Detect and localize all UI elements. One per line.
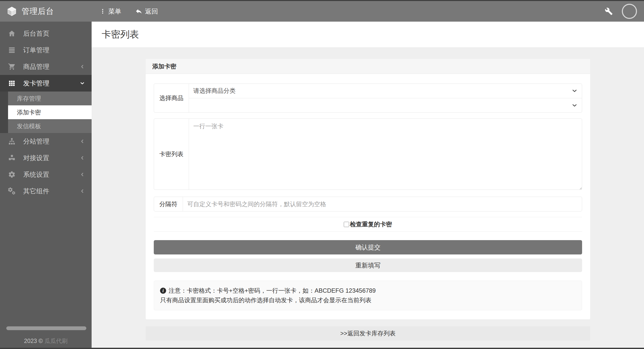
avatar[interactable] <box>622 4 637 19</box>
sidebar-submenu: 库存管理 添加卡密 发信模板 <box>0 92 92 133</box>
topbar: 管理后台 菜单 返回 <box>0 1 644 22</box>
product-selects: 请选择商品分类 <box>189 84 582 112</box>
sitemap-icon <box>8 138 16 145</box>
sidebar-item-label: 发卡管理 <box>23 79 80 88</box>
page-title: 卡密列表 <box>102 28 139 41</box>
submenu-item-mail-template[interactable]: 发信模板 <box>8 119 92 133</box>
check-duplicate-checkbox[interactable] <box>344 222 349 227</box>
check-duplicate-label[interactable]: 检查重复的卡密 <box>350 220 392 228</box>
panel-body: 选择商品 请选择商品分类 <box>146 74 590 319</box>
chevron-down-icon <box>80 80 85 86</box>
window-bottom-edge <box>0 348 644 349</box>
sidebar-item-dashboard[interactable]: 后台首页 <box>0 25 92 42</box>
sidebar-item-system[interactable]: 系统设置 <box>0 166 92 183</box>
separator-field <box>183 197 582 211</box>
separator-row: 分隔符 <box>154 197 582 211</box>
cart-icon <box>8 63 16 70</box>
main-content: 卡密列表 添加卡密 选择商品 请选择商品分类 <box>92 22 644 349</box>
back-button[interactable]: 返回 <box>133 7 160 16</box>
wrench-icon[interactable] <box>605 7 613 15</box>
product-label: 选择商品 <box>154 84 189 112</box>
check-duplicate-row: 检查重复的卡密 <box>154 217 582 231</box>
gear-icon <box>8 171 16 178</box>
sidebar-item-components[interactable]: 其它组件 <box>0 183 92 199</box>
divider <box>154 231 582 232</box>
product-select[interactable] <box>189 98 582 113</box>
sidebar-item-cards[interactable]: 发卡管理 <box>0 75 92 92</box>
panel-title: 添加卡密 <box>152 62 176 70</box>
sidebar-item-products[interactable]: 商品管理 <box>0 58 92 75</box>
copyright-year: 2023 © <box>24 338 45 344</box>
cards-row: 卡密列表 <box>154 118 582 190</box>
sidebar-item-label: 后台首页 <box>23 29 85 38</box>
list-icon <box>8 46 16 54</box>
cards-field <box>189 119 582 190</box>
copyright: 2023 © 瓜瓜代刷 <box>0 337 92 345</box>
submenu-item-add-card[interactable]: 添加卡密 <box>8 105 92 119</box>
chevron-down-icon <box>571 102 578 109</box>
return-to-inventory-link[interactable]: >>返回发卡库存列表 <box>146 326 590 340</box>
grid-icon <box>8 79 16 87</box>
admin-app: 管理后台 菜单 返回 <box>0 0 644 349</box>
note-box: i 注意：卡密格式：卡号+空格+密码，一行一张卡，如：ABCDEFG 12345… <box>154 281 582 310</box>
chevron-left-icon <box>80 188 85 194</box>
chevron-left-icon <box>80 64 85 69</box>
info-icon: i <box>160 288 166 294</box>
page-body: 添加卡密 选择商品 请选择商品分类 <box>92 47 644 349</box>
submit-button[interactable]: 确认提交 <box>154 240 582 254</box>
cards-textarea[interactable] <box>189 119 582 190</box>
menu-button[interactable]: 菜单 <box>98 7 123 16</box>
topbar-menu: 菜单 返回 <box>92 7 160 16</box>
chevron-left-icon <box>80 172 85 177</box>
page-header: 卡密列表 <box>92 22 644 47</box>
home-icon <box>8 30 16 37</box>
panel-header: 添加卡密 <box>146 59 590 74</box>
sidebar-item-label: 对接设置 <box>23 154 80 162</box>
brand-title: 管理后台 <box>22 6 54 17</box>
cubes-icon <box>8 154 16 162</box>
separator-label: 分隔符 <box>154 197 183 211</box>
sidebar-item-substations[interactable]: 分站管理 <box>0 133 92 150</box>
note-text-1: 注意：卡密格式：卡号+空格+密码，一行一张卡，如：ABCDEFG 1234567… <box>169 286 376 295</box>
add-card-panel: 添加卡密 选择商品 请选择商品分类 <box>146 59 590 319</box>
cards-label: 卡密列表 <box>154 119 189 190</box>
category-select[interactable]: 请选择商品分类 <box>189 84 582 98</box>
chevron-left-icon <box>80 139 85 144</box>
product-row: 选择商品 请选择商品分类 <box>154 83 582 113</box>
reply-icon <box>135 8 142 15</box>
sidebar-item-integration[interactable]: 对接设置 <box>0 150 92 166</box>
submenu-item-inventory[interactable]: 库存管理 <box>8 92 92 105</box>
back-label: 返回 <box>145 7 158 16</box>
cube-icon <box>7 6 17 17</box>
sidebar-item-orders[interactable]: 订单管理 <box>0 42 92 58</box>
note-line-2: 只有商品设置里面购买成功后的动作选择自动发卡，该商品才会显示在当前列表 <box>160 295 576 305</box>
chevron-left-icon <box>80 155 85 161</box>
copyright-brand: 瓜瓜代刷 <box>44 338 67 344</box>
sidebar-item-label: 分站管理 <box>23 137 80 146</box>
reset-button[interactable]: 重新填写 <box>154 258 582 272</box>
brand-area[interactable]: 管理后台 <box>0 6 92 17</box>
sidebar-item-label: 商品管理 <box>23 62 80 71</box>
sidebar-item-label: 订单管理 <box>23 46 85 55</box>
sidebar-scrollbar-thumb[interactable] <box>6 326 86 330</box>
sidebar-item-label: 系统设置 <box>23 170 80 179</box>
sidebar-footer: 2023 © 瓜瓜代刷 <box>0 326 92 345</box>
topbar-right <box>605 4 644 19</box>
note-line-1: i 注意：卡密格式：卡号+空格+密码，一行一张卡，如：ABCDEFG 12345… <box>160 286 576 295</box>
chevron-down-icon <box>571 88 578 94</box>
ellipsis-v-icon <box>100 8 106 15</box>
gears-icon <box>8 187 16 195</box>
sidebar: 后台首页 订单管理 商 <box>0 22 92 349</box>
menu-label: 菜单 <box>108 7 121 16</box>
sidebar-item-label: 其它组件 <box>23 187 80 196</box>
separator-input[interactable] <box>183 197 582 211</box>
category-select-value: 请选择商品分类 <box>193 87 236 95</box>
